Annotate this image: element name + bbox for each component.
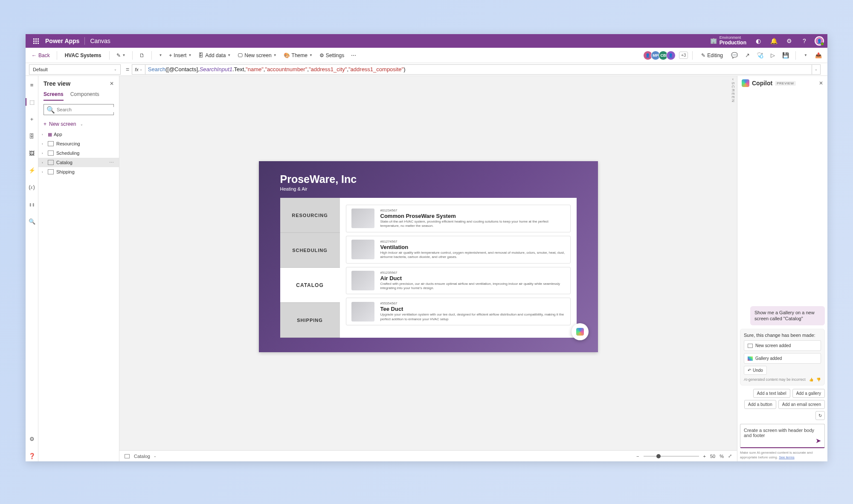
- left-nav-rail: ≡ ⬚ + 🗄 🖼 ⚡ (𝑥) ⫾⫾ 🔍 ⚙ ❓: [26, 76, 38, 461]
- globe-icon[interactable]: ◐: [751, 34, 765, 48]
- suggestion-add-email-screen[interactable]: Add an email screen: [778, 400, 825, 409]
- search-rail-icon[interactable]: 🔍: [26, 216, 38, 227]
- product-image: [351, 240, 374, 259]
- settings-rail-icon[interactable]: ⚙: [26, 433, 38, 444]
- tree-view-rail-icon[interactable]: ⬚: [26, 96, 38, 107]
- tree-item-catalog[interactable]: ›Catalog⋯: [38, 158, 119, 167]
- screen-panel-label[interactable]: SCREEN: [731, 82, 735, 103]
- app-preview-screen[interactable]: ProseWare, Inc Heating & Air RESOURCING …: [259, 161, 598, 352]
- copilot-input-text[interactable]: Create a screen with header body and foo…: [744, 428, 821, 444]
- paste-button[interactable]: 🗋: [137, 51, 147, 60]
- power-automate-rail-icon[interactable]: ⚡: [26, 165, 38, 176]
- property-selector[interactable]: Default ⌄: [29, 64, 121, 75]
- refresh-suggestions-button[interactable]: ↻: [815, 411, 825, 420]
- pencil-icon: ✎: [116, 52, 121, 58]
- collaborator-avatars[interactable]: 👤 MP CB 👤: [645, 51, 676, 60]
- screen-panel-toggle[interactable]: ‹: [732, 77, 734, 81]
- checker-icon[interactable]: 🩺: [754, 49, 766, 61]
- paste-dropdown[interactable]: ▼: [156, 52, 165, 59]
- help-icon[interactable]: ?: [798, 34, 811, 48]
- tree-close-button[interactable]: ✕: [110, 81, 114, 87]
- tree-search-input[interactable]: [57, 107, 116, 112]
- preview-nav-catalog[interactable]: CATALOG: [280, 268, 340, 303]
- change-card-gallery[interactable]: Gallery added: [744, 353, 821, 364]
- screen-icon: 🖵: [238, 52, 243, 58]
- formula-input[interactable]: Search([@Contacts], SearchInput1.Text, "…: [145, 64, 812, 75]
- comments-icon[interactable]: 💬: [729, 49, 740, 61]
- edit-dropdown[interactable]: ✎▼: [114, 51, 128, 60]
- media-rail-icon[interactable]: 🖼: [26, 148, 38, 159]
- tree-item-shipping[interactable]: ›Shipping: [38, 167, 119, 177]
- variables-rail-icon[interactable]: (𝑥): [26, 182, 38, 193]
- zoom-out-button[interactable]: −: [636, 454, 639, 459]
- zoom-in-button[interactable]: +: [703, 454, 706, 459]
- search-icon: 🔍: [46, 106, 55, 114]
- user-avatar[interactable]: 👤: [815, 36, 824, 46]
- settings-icon[interactable]: ⚙: [782, 34, 796, 48]
- copilot-fab-button[interactable]: [572, 323, 589, 340]
- gallery-card[interactable]: #61274567VentilationHigh indoor air qual…: [346, 236, 571, 264]
- send-button[interactable]: ➤: [815, 437, 821, 445]
- notifications-icon[interactable]: 🔔: [767, 34, 780, 48]
- selected-screen-dropdown[interactable]: ⌄: [154, 454, 157, 458]
- app-launcher-icon[interactable]: [29, 34, 43, 48]
- settings-button[interactable]: ⚙Settings: [317, 51, 347, 60]
- gallery-card[interactable]: #55354567Tee DuctUpgrade your ventilatio…: [346, 298, 571, 325]
- suggestion-add-gallery[interactable]: Add a gallery: [792, 389, 825, 398]
- share-icon[interactable]: ↗: [742, 49, 753, 61]
- collab-more-count[interactable]: +3: [679, 52, 688, 59]
- hamburger-icon[interactable]: ≡: [26, 79, 38, 90]
- publish-icon[interactable]: 📤: [813, 49, 824, 61]
- preview-gallery: #01234567Common ProseWare SystemState-of…: [340, 198, 577, 338]
- theme-button[interactable]: 🎨Theme▼: [281, 51, 315, 60]
- palette-icon: 🎨: [284, 52, 290, 58]
- play-icon[interactable]: ▷: [767, 49, 778, 61]
- back-button[interactable]: ← Back: [29, 51, 52, 60]
- advanced-rail-icon[interactable]: ⫾⫾: [26, 199, 38, 210]
- add-data-button[interactable]: 🗄Add data▼: [196, 51, 233, 60]
- tree-item-scheduling[interactable]: ›Scheduling: [38, 148, 119, 158]
- product-image: [351, 209, 374, 228]
- save-icon[interactable]: 💾: [780, 49, 791, 61]
- editing-mode-button[interactable]: ✎Editing: [697, 51, 727, 60]
- tree-item-app[interactable]: ›▦App: [38, 130, 119, 139]
- suggestion-add-text-label[interactable]: Add a text label: [753, 389, 790, 398]
- new-screen-tree-button[interactable]: + New screen ⌄: [38, 119, 119, 130]
- gallery-card[interactable]: #01234567Common ProseWare SystemState-of…: [346, 205, 571, 232]
- plus-icon: +: [169, 52, 172, 58]
- suggestion-add-button[interactable]: Add a button: [744, 400, 776, 409]
- see-terms-link[interactable]: See terms: [779, 455, 794, 459]
- tree-search-box[interactable]: 🔍: [44, 104, 114, 115]
- data-rail-icon[interactable]: 🗄: [26, 130, 38, 142]
- fit-to-window-icon[interactable]: ⤢: [728, 453, 732, 459]
- ribbon-more[interactable]: ⋯: [348, 51, 359, 60]
- fx-button[interactable]: fx⌄: [132, 64, 145, 75]
- preview-nav-resourcing[interactable]: RESOURCING: [280, 198, 340, 233]
- selected-screen-label: Catalog: [134, 454, 150, 459]
- insert-button[interactable]: +Insert▼: [166, 51, 194, 60]
- publish-dropdown[interactable]: ▼: [800, 49, 811, 61]
- tab-components[interactable]: Components: [70, 89, 99, 101]
- screen-icon: [125, 454, 130, 458]
- change-card-screen[interactable]: New screen added: [744, 340, 821, 351]
- new-screen-button[interactable]: 🖵New screen▼: [235, 51, 279, 60]
- insert-rail-icon[interactable]: +: [26, 113, 38, 125]
- formula-expand-button[interactable]: ⌄: [812, 64, 821, 75]
- tree-item-more-icon[interactable]: ⋯: [107, 160, 116, 165]
- ask-virtual-agent-rail-icon[interactable]: ❓: [26, 450, 38, 461]
- environment-switcher[interactable]: 🏢 Environment Production: [710, 36, 746, 46]
- preview-nav-scheduling[interactable]: SCHEDULING: [280, 233, 340, 268]
- preview-badge: PREVIEW: [775, 81, 795, 86]
- tree-item-resourcing[interactable]: ›Resourcing: [38, 139, 119, 148]
- tab-screens[interactable]: Screens: [44, 89, 64, 101]
- zoom-slider[interactable]: [644, 456, 699, 457]
- gallery-card[interactable]: #51235567Air DuctCrafted with precision,…: [346, 267, 571, 295]
- copilot-input[interactable]: Create a screen with header body and foo…: [740, 424, 825, 448]
- copilot-close-button[interactable]: ✕: [819, 80, 823, 86]
- undo-button[interactable]: ↶Undo: [744, 366, 767, 375]
- preview-nav-shipping[interactable]: SHIPPING: [280, 303, 340, 338]
- back-arrow-icon: ←: [32, 52, 37, 58]
- thumbs-down-icon[interactable]: 👎: [816, 377, 821, 382]
- thumbs-up-icon[interactable]: 👍: [809, 377, 814, 382]
- file-name: HVAC Systems: [61, 52, 105, 58]
